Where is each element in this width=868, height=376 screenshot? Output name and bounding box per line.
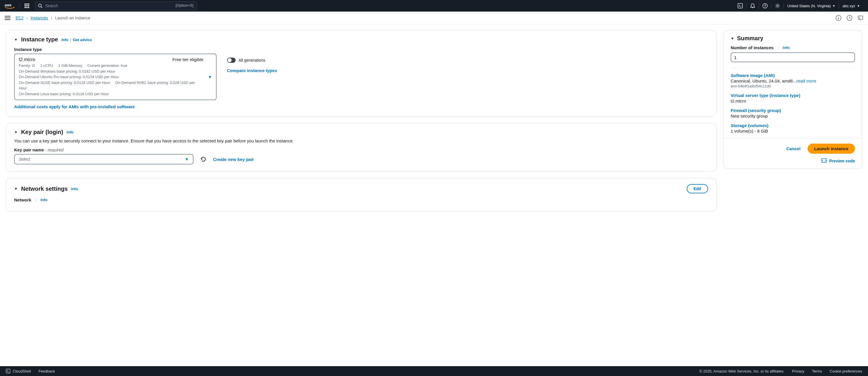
instance-side-actions: All generations Compare instance types <box>227 54 277 73</box>
breadcrumb-instances[interactable]: Instances <box>31 16 48 20</box>
info-link[interactable]: Info <box>66 130 73 134</box>
breadcrumb-bar: EC2 › Instances › Launch an instance <box>0 11 868 24</box>
account-label: abc.xyz <box>842 4 855 8</box>
svg-point-8 <box>777 5 778 7</box>
search-input[interactable] <box>35 1 197 10</box>
svg-line-2 <box>41 7 42 8</box>
separator <box>20 3 20 9</box>
summary-firewall-value: New security group <box>731 113 855 118</box>
spec-memory: 1 GiB Memory <box>58 63 82 68</box>
read-more-link[interactable]: read more <box>797 79 816 83</box>
settings-icon[interactable] <box>771 0 783 11</box>
launch-instance-button[interactable]: Launch instance <box>808 144 855 154</box>
summary-firewall-title[interactable]: Firewall (security group) <box>731 108 855 113</box>
num-instances-input[interactable] <box>731 52 855 62</box>
summary-storage-value: 1 volume(s) - 8 GiB <box>731 128 855 134</box>
cloudshell-icon[interactable] <box>734 0 746 11</box>
chevron-right-icon: › <box>26 16 28 20</box>
summary-ami-id: ami-04b4f1a9cf54c11d0 <box>731 84 855 88</box>
svg-text:aws: aws <box>5 3 11 7</box>
instance-type-label: Instance type <box>14 47 708 52</box>
pricing-linux: On-Demand Linux base pricing: 0.0116 USD… <box>19 91 203 97</box>
panel-header: ▼ Network settings Info Edit <box>14 184 708 193</box>
info-link[interactable]: Info <box>62 38 68 42</box>
network-info-link[interactable]: Info <box>40 198 48 202</box>
summary-storage-title[interactable]: Storage (volumes) <box>731 123 855 128</box>
edit-button[interactable]: Edit <box>687 184 708 193</box>
network-settings-panel: ▼ Network settings Info Edit Network | I… <box>6 178 716 211</box>
chevron-right-icon: › <box>51 16 52 20</box>
clock-icon[interactable] <box>847 15 852 21</box>
instance-type-panel: ▼ Instance type Info | Get advice Instan… <box>6 30 716 116</box>
svg-text:?: ? <box>764 4 766 7</box>
topnav-right: ? United States (N. Virginia) ▼ abc.xyz … <box>734 0 863 11</box>
all-generations-toggle[interactable] <box>227 58 236 63</box>
num-instances-label: Number of instances <box>731 45 773 50</box>
instance-specs: Family: t2 1 vCPU 1 GiB Memory Current g… <box>19 63 203 97</box>
info-link[interactable]: Info <box>783 46 789 50</box>
services-grid-icon[interactable] <box>25 3 29 8</box>
panel-header: ▼ Instance type Info | Get advice <box>14 36 708 43</box>
work-area: ▼ Instance type Info | Get advice Instan… <box>0 24 868 229</box>
top-nav: aws [Option+S] ? United States (N. Virgi… <box>0 0 868 11</box>
summary-type-title[interactable]: Virtual server type (instance type) <box>731 93 855 98</box>
region-selector[interactable]: United States (N. Virginia) ▼ <box>784 0 839 11</box>
svg-point-13 <box>838 17 839 17</box>
collapse-toggle[interactable]: ▼ <box>14 130 18 134</box>
help-icon[interactable]: ? <box>759 0 771 11</box>
console-icon[interactable] <box>858 15 863 21</box>
caret-down-icon: ▼ <box>832 4 835 7</box>
collapse-toggle[interactable]: ▼ <box>14 38 18 42</box>
code-icon <box>821 158 827 164</box>
aws-logo[interactable]: aws <box>5 3 15 9</box>
panel-header: ▼ Key pair (login) Info <box>14 129 708 136</box>
pricing-windows: On-Demand Windows base pricing: 0.0162 U… <box>19 68 203 75</box>
notifications-icon[interactable] <box>747 0 759 11</box>
search-icon <box>38 3 42 8</box>
pricing-ubuntu: On-Demand Ubuntu Pro base pricing: 0.013… <box>19 74 203 80</box>
caret-down-icon: ▼ <box>857 4 860 7</box>
preview-code-link[interactable]: Preview code <box>731 158 855 164</box>
refresh-icon[interactable] <box>200 156 206 162</box>
select-placeholder: Select <box>19 157 30 162</box>
summary-ami-value: Canonical, Ubuntu, 24.04, amd6...read mo… <box>731 79 855 83</box>
account-selector[interactable]: abc.xyz ▼ <box>839 0 863 11</box>
additional-costs-link[interactable]: Additional costs apply for AMIs with pre… <box>14 104 708 109</box>
panel-title: Network settings <box>21 185 68 192</box>
instance-type-dropdown[interactable]: t2.micro Free tier eligible Family: t2 1… <box>14 54 217 100</box>
key-pair-select[interactable]: Select ▼ <box>14 154 193 165</box>
separator: | <box>70 38 71 42</box>
key-pair-panel: ▼ Key pair (login) Info You can use a ke… <box>6 123 716 172</box>
summary-footer: Cancel Launch instance Preview code <box>724 138 862 169</box>
all-generations-label: All generations <box>239 58 266 62</box>
spec-vcpu: 1 vCPU <box>40 63 53 68</box>
cancel-button[interactable]: Cancel <box>786 146 800 151</box>
spec-family: Family: t2 <box>19 63 35 68</box>
compare-instance-types-link[interactable]: Compare instance types <box>227 68 277 73</box>
network-label: Network | Info <box>14 197 708 202</box>
panel-title: Instance type <box>21 36 58 43</box>
key-pair-name-label: Key pair name - required <box>14 147 708 152</box>
info-link[interactable]: Info <box>71 187 78 191</box>
svg-rect-16 <box>858 16 863 20</box>
search-container: [Option+S] <box>35 1 197 10</box>
summary-type-value: t2.micro <box>731 98 855 103</box>
collapse-toggle[interactable]: ▼ <box>731 36 734 40</box>
spec-generation: Current generation: true <box>87 63 127 68</box>
create-key-pair-link[interactable]: Create new key pair <box>213 157 254 162</box>
pricing-suse: On-Demand SUSE base pricing: 0.0116 USD … <box>19 81 110 85</box>
search-shortcut-label: [Option+S] <box>176 3 193 7</box>
menu-icon[interactable] <box>5 16 10 20</box>
get-advice-link[interactable]: Get advice <box>73 38 92 42</box>
caret-down-icon: ▼ <box>185 157 189 162</box>
panel-title: Key pair (login) <box>21 129 63 136</box>
summary-ami-title[interactable]: Software Image (AMI) <box>731 73 855 78</box>
caret-down-icon: ▼ <box>208 75 212 79</box>
summary-title: Summary <box>737 35 763 42</box>
collapse-toggle[interactable]: ▼ <box>14 187 18 191</box>
info-icon[interactable] <box>836 15 841 21</box>
breadcrumb-ec2[interactable]: EC2 <box>16 16 24 20</box>
summary-panel: ▼ Summary Number of instances | Info Sof… <box>723 30 862 169</box>
free-tier-badge: Free tier eligible <box>172 57 203 62</box>
svg-point-1 <box>38 4 41 7</box>
